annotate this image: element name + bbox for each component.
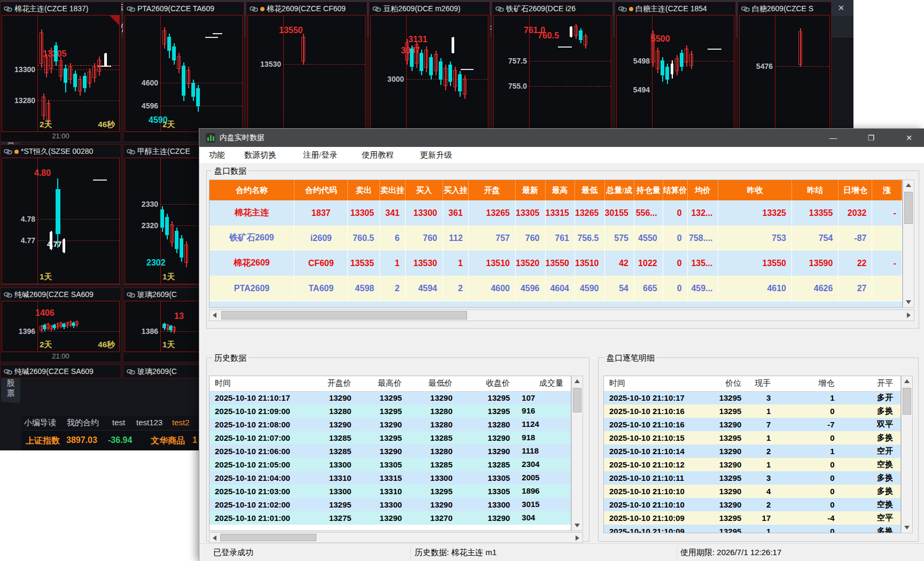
quote-row-棉花主连[interactable]: 棉花主连183713305341133003611326513305133151… <box>209 200 902 225</box>
tick-table: 时间价位现手增仓开平2025-10-10 21:10:171329531多开20… <box>604 376 900 533</box>
tick-vscrollbar[interactable] <box>901 376 913 533</box>
chart-panel-title[interactable]: 白糖2609(CZCE S <box>738 2 831 15</box>
quote-cell: 575 <box>604 225 634 251</box>
dialog-minimize-button[interactable]: — <box>822 131 844 145</box>
bottom-tab-test[interactable]: test <box>112 418 125 427</box>
tick-row[interactable]: 2025-10-10 21:10:091329510多换 <box>604 525 900 533</box>
history-row[interactable]: 2025-10-10 21:02:00132951330013290133003… <box>209 498 571 511</box>
quote-row-PTA2609[interactable]: PTA2609TA6094598245942460045964604459054… <box>209 276 902 301</box>
tick-row[interactable]: 2025-10-10 21:10:121329010空换 <box>604 458 900 471</box>
chart-plot-area[interactable]: 4600459645902天 <box>125 15 243 132</box>
history-row[interactable]: 2025-10-10 21:08:00132901329013280132801… <box>209 418 571 431</box>
quote-vscrollbar[interactable] <box>903 180 914 308</box>
bottom-tab-test2[interactable]: test2 <box>172 418 190 427</box>
menu-数源切换[interactable]: 数源切换 <box>244 150 276 160</box>
history-hscrollbar[interactable] <box>209 532 583 543</box>
quote-cell: 13265 <box>575 200 605 225</box>
menu-功能[interactable]: 功能 <box>209 150 225 160</box>
quote-col-header: 总量/成 <box>604 180 634 200</box>
history-cell: 13290 <box>359 511 409 525</box>
bottom-tab-我的合约[interactable]: 我的合约 <box>67 418 99 428</box>
quote-hscrollbar[interactable] <box>209 309 914 321</box>
quote-row-铁矿石2609[interactable]: 铁矿石2609i2609760.56760112757760761756.557… <box>209 225 902 251</box>
tick-cell: 3 <box>749 471 778 485</box>
chart-plot-area[interactable]: 757.5755.0761.0760.5 <box>493 15 611 132</box>
history-row[interactable]: 2025-10-10 21:01:00132751329013270132903… <box>209 511 571 525</box>
commodity-index-name[interactable]: 文华商品 <box>151 435 185 447</box>
history-row[interactable]: 2025-10-10 21:06:00132851329013280132901… <box>209 445 571 458</box>
menu-注册/登录[interactable]: 注册/登录 <box>303 150 337 160</box>
chart-plot-area[interactable]: 5476 <box>739 15 830 132</box>
menu-使用教程[interactable]: 使用教程 <box>362 150 394 160</box>
bottom-tab-test123[interactable]: test123 <box>136 418 162 427</box>
quote-col-header: 持仓量 <box>634 180 663 200</box>
tick-cell: 13290 <box>700 418 749 431</box>
quote-row-棉花2609[interactable]: 棉花2609CF60913535113530113510135201355013… <box>209 251 902 276</box>
chart-plot-area[interactable]: 139614062天46秒 <box>2 301 120 352</box>
login-status: 已登录成功 <box>213 548 253 558</box>
price-label: 1406 <box>35 308 55 318</box>
tick-cell: 0 <box>778 471 842 485</box>
chart-panel-2: PTA2609(CZCE TA6094600459645902天 <box>123 2 244 142</box>
duration-label: 1天 <box>40 272 52 282</box>
chart-panel-title[interactable]: *ST恒久(SZSE 00280 <box>1 145 121 158</box>
history-row[interactable]: 2025-10-10 21:09:00132801329513280132959… <box>209 404 571 418</box>
chart-panel-title[interactable]: 白糖主连(CZCE 1854 <box>615 2 735 15</box>
history-cell: 13290 <box>460 445 518 458</box>
history-col-header: 最高价 <box>359 376 409 391</box>
index-name[interactable]: 上证指数 <box>26 435 60 447</box>
tick-row[interactable]: 2025-10-10 21:10:171329531多开 <box>604 391 900 404</box>
chart-plot-area[interactable]: 1353013550 <box>247 15 366 132</box>
close-button[interactable]: ✕ <box>830 1 852 15</box>
quote-col-header: 买入 <box>405 180 442 200</box>
bottom-tab-小编导读[interactable]: 小编导读 <box>24 418 56 428</box>
menu-更新升级[interactable]: 更新升级 <box>420 150 452 160</box>
history-row[interactable]: 2025-10-10 21:04:00133101331513300133052… <box>209 471 571 485</box>
alert-dot-icon <box>14 150 19 154</box>
license-expiry-status: 使用期限: 2026/7/1 12:26:17 <box>680 548 781 558</box>
quote-cell: 760 <box>516 225 546 251</box>
tick-row[interactable]: 2025-10-10 21:10:101329040多换 <box>604 485 900 498</box>
tick-cell: 13295 <box>700 471 749 485</box>
quote-cell: 42 <box>604 251 634 276</box>
chart-plot-area[interactable]: 4.784.774.804.771天 <box>2 158 120 284</box>
y-axis-label: 1386 <box>125 327 158 336</box>
history-cell: 2025-10-10 21:09:00 <box>209 404 308 418</box>
chart-panel-title[interactable]: 纯碱2609(CZCE SA609 <box>1 288 121 301</box>
tick-cell: 4 <box>749 485 778 498</box>
chart-plot-area[interactable]: 300031313087 <box>370 15 488 132</box>
chart-panel-title[interactable]: 棉花主连(CZCE 1837) <box>1 2 121 15</box>
tick-table-wrap: 时间价位现手增仓开平2025-10-10 21:10:171329531多开20… <box>603 376 901 533</box>
history-row[interactable]: 2025-10-10 21:05:00133001330513285132852… <box>209 458 571 471</box>
y-axis-label: 757.5 <box>494 57 527 65</box>
tick-row[interactable]: 2025-10-10 21:10:111329530多换 <box>604 471 900 485</box>
tick-cell: 13290 <box>700 445 749 458</box>
tick-row[interactable]: 2025-10-10 21:10:161329510多换 <box>604 404 900 418</box>
y-axis-label: 13300 <box>2 65 35 74</box>
tick-cell: -4 <box>778 511 842 525</box>
dialog-close-button[interactable]: ✕ <box>898 131 920 145</box>
tick-col-header: 时间 <box>604 376 700 391</box>
chart-panel-title[interactable]: 棉花2609(CZCE CF609 <box>246 2 367 15</box>
tick-row[interactable]: 2025-10-10 21:10:151329510多换 <box>604 431 900 445</box>
chart-plot-area[interactable]: 549854945500 <box>616 15 734 132</box>
history-table: 时间开盘价最高价最低价收盘价成交量2025-10-10 21:10:171329… <box>209 376 571 525</box>
history-row[interactable]: 2025-10-10 21:10:17132901329513290132951… <box>209 391 571 404</box>
history-row[interactable]: 2025-10-10 21:03:00133001331013295133051… <box>209 485 571 498</box>
tick-row[interactable]: 2025-10-10 21:10:091329517-4空平 <box>604 511 900 525</box>
chart-panel-title[interactable]: 纯碱2609(CZCE SA609 <box>1 365 121 378</box>
quote-cell: i2609 <box>294 225 347 251</box>
tick-cell: 13290 <box>700 498 749 511</box>
chart-panel-title[interactable]: PTA2609(CZCE TA609 <box>123 2 244 15</box>
tick-row[interactable]: 2025-10-10 21:10:141329021空开 <box>604 445 900 458</box>
tick-cell: 13290 <box>700 485 749 498</box>
dialog-maximize-button[interactable]: ❐ <box>860 131 882 145</box>
chart-plot-area[interactable]: 1330013280133052天46秒 <box>2 15 120 132</box>
tick-row[interactable]: 2025-10-10 21:10:101329020空换 <box>604 498 900 511</box>
chart-panel-title[interactable]: 豆粕2609(DCE m2609) <box>369 2 490 15</box>
history-row[interactable]: 2025-10-10 21:07:00132851329513285132909… <box>209 431 571 445</box>
tick-row[interactable]: 2025-10-10 21:10:16132907-7双平 <box>604 418 900 431</box>
history-vscrollbar[interactable] <box>571 376 583 531</box>
chart-panel-title[interactable]: 铁矿石2609(DCE i26 <box>492 2 612 15</box>
quote-cell: 13325 <box>718 200 792 225</box>
